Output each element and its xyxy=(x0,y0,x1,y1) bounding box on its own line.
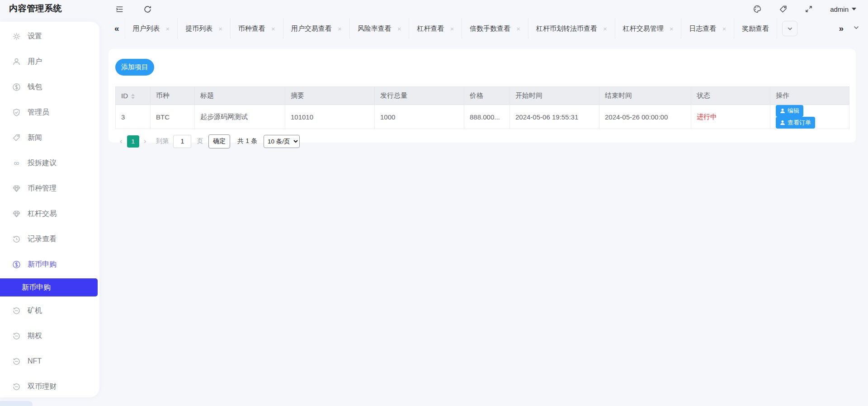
tab-label: 提币列表 xyxy=(185,24,212,33)
column-header-price: 价格 xyxy=(464,87,510,105)
shield-check-icon xyxy=(12,108,21,117)
cell-id: 3 xyxy=(116,105,151,129)
cell-title: 起步源码网测试 xyxy=(195,105,285,129)
tabs-scroll-right-icon[interactable]: » xyxy=(839,24,844,33)
gem-icon xyxy=(12,184,21,193)
tabbar: « 用户列表 × 提币列表 × 币种查看 × 用户交易查看 × 风险率查看 × … xyxy=(99,18,868,39)
sidebar-item-label: 管理员 xyxy=(28,108,49,117)
content-panel: 添加项目 ID 币种 标题 摘要 发行总量 价格 开始时间 结束时间 状态 操作 xyxy=(108,49,856,143)
sidebar-item-leverage-trade[interactable]: 杠杆交易 xyxy=(0,201,99,226)
close-icon[interactable]: × xyxy=(603,25,607,32)
close-icon[interactable]: × xyxy=(338,25,342,32)
sidebar-item-feedback[interactable]: ∞ 投拆建议 xyxy=(0,150,99,176)
sidebar-item-label: 双币理财 xyxy=(28,382,57,392)
tab-label: 用户交易查看 xyxy=(291,24,332,33)
close-icon[interactable]: × xyxy=(271,25,275,32)
person-icon xyxy=(780,108,785,114)
refresh-icon[interactable] xyxy=(143,5,152,14)
sidebar-item-label: 记录查看 xyxy=(28,234,57,244)
username: admin xyxy=(830,5,849,13)
prev-page-icon[interactable]: ‹ xyxy=(115,137,127,146)
tab-leverage-view[interactable]: 杠杆查看 × xyxy=(409,18,462,39)
sidebar-item-news[interactable]: 新闻 xyxy=(0,125,99,150)
app-title: 内容管理系统 xyxy=(9,3,62,14)
sidebar-item-label: 设置 xyxy=(28,32,42,41)
column-header-status: 状态 xyxy=(691,87,770,105)
tab-label: 奖励查看 xyxy=(742,24,769,33)
theme-palette-icon[interactable] xyxy=(753,5,762,14)
bottom-left-fragment xyxy=(0,401,33,406)
tabs-scroll-left-icon[interactable]: « xyxy=(114,24,119,33)
tab-user-trade-view[interactable]: 用户交易查看 × xyxy=(283,18,349,39)
edit-button[interactable]: 编辑 xyxy=(776,105,803,117)
sidebar-item-label: 钱包 xyxy=(28,82,42,92)
sidebar-item-mining-machine[interactable]: 矿机 xyxy=(0,298,99,323)
close-icon[interactable]: × xyxy=(166,25,170,32)
history-icon xyxy=(12,332,21,340)
tab-label: 币种查看 xyxy=(238,24,265,33)
tab-reward-view[interactable]: 奖励查看 xyxy=(734,18,777,39)
tab-risk-rate-view[interactable]: 风险率查看 × xyxy=(349,18,409,39)
topbar: admin xyxy=(99,0,868,18)
column-header-title: 标题 xyxy=(195,87,285,105)
sidebar-item-label: 投拆建议 xyxy=(28,158,57,168)
pagination: ‹ 1 › 到第 页 确定 共 1 条 10 条/页 xyxy=(115,133,849,149)
close-icon[interactable]: × xyxy=(397,25,401,32)
tab-leverage-transfer-view[interactable]: 杠杆币划转法币查看 × xyxy=(528,18,615,39)
sidebar-item-settings[interactable]: 设置 xyxy=(0,24,99,49)
sidebar-item-new-coin-subscription[interactable]: 新币申购 xyxy=(0,252,99,277)
sidebar-item-label: NFT xyxy=(28,357,42,365)
page-number-button[interactable]: 1 xyxy=(127,135,139,148)
close-icon[interactable]: × xyxy=(722,25,726,32)
fullscreen-icon[interactable] xyxy=(804,5,813,14)
cell-total: 1000 xyxy=(375,105,464,129)
cell-coin: BTC xyxy=(151,105,195,129)
next-page-icon[interactable]: › xyxy=(139,137,151,146)
page-size-select[interactable]: 10 条/页 xyxy=(264,135,300,148)
tab-user-list[interactable]: 用户列表 × xyxy=(125,18,178,39)
sidebar-item-label: 杠杆交易 xyxy=(28,209,57,219)
cell-status: 进行中 xyxy=(691,105,770,129)
tab-label: 杠杆查看 xyxy=(417,24,444,33)
close-icon[interactable]: × xyxy=(670,25,674,32)
sort-icon[interactable] xyxy=(131,94,135,99)
sidebar-item-dual-coin-finance[interactable]: 双币理财 xyxy=(0,374,99,399)
history-icon xyxy=(12,357,21,366)
column-header-id[interactable]: ID xyxy=(116,87,151,105)
view-orders-button[interactable]: 查看订单 xyxy=(776,117,815,129)
tab-label: 杠杆交易管理 xyxy=(623,24,664,33)
sidebar-item-records[interactable]: 记录查看 xyxy=(0,226,99,252)
sidebar-item-nft[interactable]: NFT xyxy=(0,349,99,374)
tab-label: 日志查看 xyxy=(689,24,716,33)
sidebar-item-options[interactable]: 期权 xyxy=(0,323,99,349)
sidebar-item-label: 新币申购 xyxy=(28,260,57,269)
add-project-button[interactable]: 添加项目 xyxy=(115,59,154,76)
sidebar-item-label: 币种管理 xyxy=(28,184,57,193)
collapse-menu-icon[interactable] xyxy=(115,5,124,14)
sidebar-item-users[interactable]: 用户 xyxy=(0,49,99,74)
user-menu[interactable]: admin xyxy=(830,5,856,13)
tab-multiplier-view[interactable]: 倍数手数查看 × xyxy=(462,18,528,39)
sidebar-item-coin-management[interactable]: 币种管理 xyxy=(0,176,99,201)
tab-leverage-trade-management[interactable]: 杠杆交易管理 × xyxy=(615,18,681,39)
tag-icon[interactable] xyxy=(778,5,788,14)
chevron-down-icon xyxy=(852,8,856,10)
tab-coin-view[interactable]: 币种查看 × xyxy=(230,18,283,39)
close-icon[interactable]: × xyxy=(516,25,520,32)
tab-withdraw-list[interactable]: 提币列表 × xyxy=(177,18,230,39)
sidebar-subitem-new-coin-subscription-active[interactable]: 新币申购 xyxy=(0,278,98,296)
sidebar-item-admins[interactable]: 管理员 xyxy=(0,100,99,125)
dollar-circle-icon xyxy=(12,83,21,91)
gem-icon xyxy=(12,210,21,218)
sidebar-item-label: 矿机 xyxy=(28,306,42,315)
close-icon[interactable]: × xyxy=(450,25,454,32)
tabs-more-icon[interactable] xyxy=(853,24,860,33)
sidebar-item-wallet[interactable]: 钱包 xyxy=(0,74,99,100)
history-icon xyxy=(12,382,21,391)
confirm-button[interactable]: 确定 xyxy=(208,134,230,148)
tab-label: 风险率查看 xyxy=(358,24,392,33)
tabs-dropdown-button[interactable] xyxy=(782,21,797,36)
goto-page-input[interactable] xyxy=(173,135,191,148)
tab-log-view[interactable]: 日志查看 × xyxy=(681,18,734,39)
close-icon[interactable]: × xyxy=(218,25,222,32)
